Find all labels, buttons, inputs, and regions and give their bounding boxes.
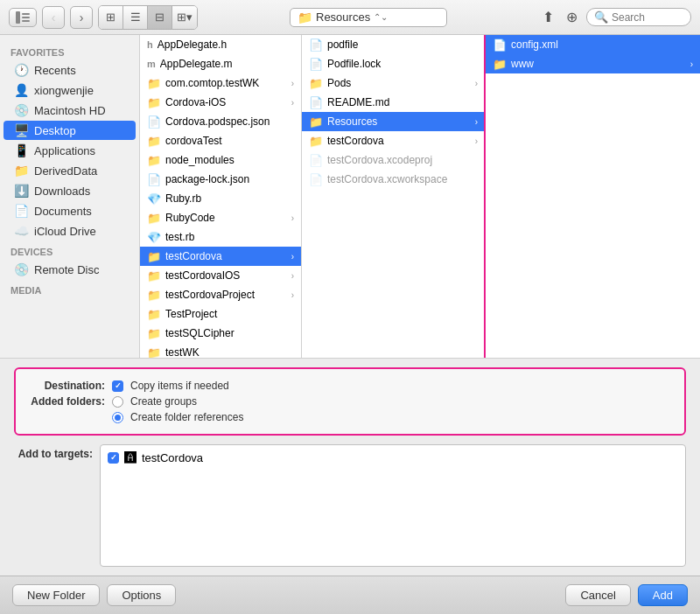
file-browser: h AppDelegate.h m AppDelegate.m 📁 com.co… xyxy=(140,35,700,358)
sidebar-item-remote-disc[interactable]: 💿 Remote Disc xyxy=(4,260,136,279)
forward-button[interactable]: › xyxy=(70,6,93,29)
list-item[interactable]: 📁 www › xyxy=(486,54,700,73)
favorites-section-label: Favorites xyxy=(0,42,139,59)
action-button[interactable]: ⊕ xyxy=(563,7,581,27)
sidebar-item-desktop[interactable]: 🖥️ Desktop xyxy=(4,121,136,140)
add-to-targets-label: Add to targets: xyxy=(14,444,93,460)
targets-box: 🅰 testCordova xyxy=(100,444,686,567)
list-item[interactable]: 💎 test.rb xyxy=(140,227,301,247)
list-item[interactable]: 📁 Cordova-iOS › xyxy=(140,93,301,112)
svg-rect-2 xyxy=(22,17,30,18)
sidebar-item-documents[interactable]: 📄 Documents xyxy=(4,201,136,220)
folder-icon: 📁 xyxy=(147,346,161,359)
list-item[interactable]: 📁 testCordova › xyxy=(140,247,301,266)
list-item[interactable]: 📁 node_modules xyxy=(140,150,301,170)
list-item[interactable]: 📁 com.comtop.testWK › xyxy=(140,73,301,93)
list-item[interactable]: 📄 testCordova.xcworkspace xyxy=(302,170,485,189)
svg-rect-0 xyxy=(16,11,20,24)
bottom-panel: Destination: Copy items if needed Added … xyxy=(0,358,700,576)
list-item[interactable]: 📁 testSQLCipher xyxy=(140,324,301,343)
file-label: package-lock.json xyxy=(165,173,294,185)
sidebar-item-downloads[interactable]: ⬇️ Downloads xyxy=(4,181,136,200)
search-icon: 🔍 xyxy=(594,10,608,24)
sidebar-item-macintosh-hd[interactable]: 💿 Macintosh HD xyxy=(4,101,136,120)
folder-icon: 📁 xyxy=(147,212,161,225)
file-label: testCordovaProject xyxy=(165,289,287,301)
add-button[interactable]: Add xyxy=(638,584,688,606)
chevron-right-icon: › xyxy=(690,59,693,69)
copy-items-checkbox[interactable] xyxy=(112,380,123,392)
file-label: README.md xyxy=(327,96,478,108)
chevron-right-icon: › xyxy=(291,290,294,300)
list-item[interactable]: 📄 testCordova.xcodeproj xyxy=(302,150,485,170)
list-item[interactable]: 📄 config.xml xyxy=(486,35,700,54)
list-item[interactable]: 📁 testCordova › xyxy=(302,131,485,150)
list-item[interactable]: 📁 testCordovaProject › xyxy=(140,285,301,304)
file-label: testCordova.xcworkspace xyxy=(327,173,478,185)
added-folders-label: Added folders: xyxy=(26,395,105,408)
target-item[interactable]: 🅰 testCordova xyxy=(108,450,678,464)
list-item[interactable]: 📁 Resources › xyxy=(302,112,485,131)
list-view-button[interactable]: ☰ xyxy=(123,6,148,29)
file-icon: 📄 xyxy=(309,173,323,186)
target-checkbox[interactable] xyxy=(108,452,119,464)
file-label: node_modules xyxy=(165,154,294,166)
file-label: RubyCode xyxy=(165,212,287,224)
file-label: www xyxy=(511,58,686,70)
list-item[interactable]: 📁 TestProject xyxy=(140,304,301,324)
list-item[interactable]: 📁 cordovaTest xyxy=(140,131,301,150)
create-folder-references-radio[interactable] xyxy=(112,412,123,423)
sidebar-item-recents[interactable]: 🕐 Recents xyxy=(4,60,136,80)
file-label: cordovaTest xyxy=(165,135,294,147)
icon-view-button[interactable]: ⊞ xyxy=(99,6,123,29)
user-icon: 👤 xyxy=(14,83,29,97)
folder-selected-icon: 📁 xyxy=(309,115,323,129)
folder-icon: 📁 xyxy=(147,289,161,302)
chevron-right-icon: › xyxy=(475,117,478,127)
folder-icon: 📁 xyxy=(147,154,161,167)
options-button[interactable]: Options xyxy=(107,584,176,606)
sidebar-item-applications[interactable]: 📱 Applications xyxy=(4,141,136,160)
svg-rect-1 xyxy=(22,13,30,15)
list-item[interactable]: 📄 package-lock.json xyxy=(140,170,301,189)
list-item[interactable]: 💎 Ruby.rb xyxy=(140,189,301,208)
back-button[interactable]: ‹ xyxy=(42,6,65,29)
gallery-view-button[interactable]: ⊞▾ xyxy=(172,6,197,29)
list-item[interactable]: 📄 Cordova.podspec.json xyxy=(140,112,301,131)
folder-icon: 📁 xyxy=(147,135,161,148)
list-item[interactable]: 📁 Pods › xyxy=(302,73,485,93)
list-item[interactable]: 📁 testCordovaIOS › xyxy=(140,266,301,285)
list-item[interactable]: 📁 testWK xyxy=(140,343,301,358)
list-item[interactable]: 📄 Podfile.lock xyxy=(302,54,485,73)
list-item[interactable]: 📄 podfile xyxy=(302,35,485,54)
sidebar-toggle-button[interactable] xyxy=(9,8,37,27)
documents-icon: 📄 xyxy=(14,204,29,218)
share-button[interactable]: ⬆ xyxy=(539,7,557,27)
sidebar-item-icloud-drive[interactable]: ☁️ iCloud Drive xyxy=(4,221,136,241)
folder-icon: 📁 xyxy=(309,77,323,90)
footer: New Folder Options Cancel Add xyxy=(0,576,700,614)
folder-icon: 📁 xyxy=(147,269,161,283)
location-bar[interactable]: 📁 Resources ⌃⌄ xyxy=(290,8,447,27)
list-item[interactable]: m AppDelegate.m xyxy=(140,54,301,73)
list-item[interactable]: 📁 RubyCode › xyxy=(140,208,301,227)
list-item[interactable]: h AppDelegate.h xyxy=(140,35,301,54)
folder-references-row: Create folder references xyxy=(26,411,674,423)
xml-file-icon: 📄 xyxy=(493,38,507,52)
copy-items-text: Copy items if needed xyxy=(130,380,229,392)
deriveddata-icon: 📁 xyxy=(14,164,29,178)
search-input[interactable] xyxy=(612,11,682,24)
new-folder-button[interactable]: New Folder xyxy=(12,584,100,606)
search-box[interactable]: 🔍 xyxy=(586,8,691,26)
sidebar-item-xiongwenjie[interactable]: 👤 xiongwenjie xyxy=(4,80,136,100)
create-groups-radio[interactable] xyxy=(112,396,123,408)
target-app-icon: 🅰 xyxy=(124,450,136,464)
footer-left: New Folder Options xyxy=(12,584,176,606)
sidebar-item-deriveddata[interactable]: 📁 DerivedData xyxy=(4,161,136,180)
file-label: Resources xyxy=(327,115,471,128)
list-item[interactable]: 📄 README.md xyxy=(302,93,485,112)
column-view-button[interactable]: ⊟ xyxy=(148,6,172,29)
cancel-button[interactable]: Cancel xyxy=(565,584,630,606)
destination-row: Destination: Copy items if needed xyxy=(26,380,674,392)
icloud-icon: ☁️ xyxy=(14,224,29,238)
